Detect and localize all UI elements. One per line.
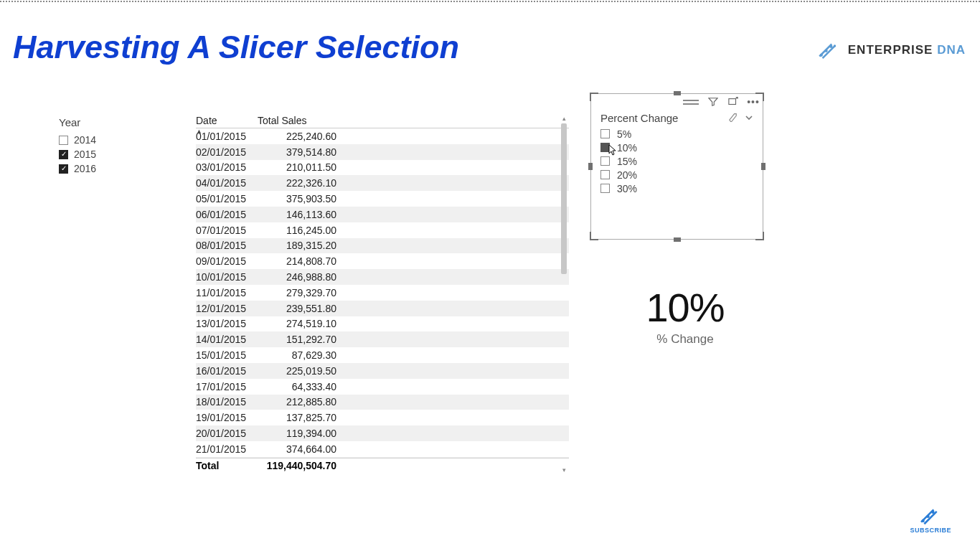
cell-date: 06/01/2015: [196, 209, 258, 220]
year-option-2015[interactable]: 2015: [59, 147, 166, 161]
col-date-label: Date: [196, 115, 217, 126]
drag-handle-icon[interactable]: [683, 100, 699, 105]
resize-handle-bl[interactable]: [590, 232, 598, 240]
percent-change-card[interactable]: 10% % Change: [595, 284, 775, 347]
col-date-header[interactable]: Date ▲: [196, 115, 258, 126]
sort-asc-icon: ▲: [196, 128, 202, 135]
table-row[interactable]: 01/01/2015225,240.60: [196, 128, 569, 144]
cell-sales: 64,333.40: [258, 381, 336, 392]
table-row[interactable]: 10/01/2015246,988.80: [196, 269, 569, 285]
table-scrollbar[interactable]: ▴ ▾: [561, 115, 567, 474]
table-row[interactable]: 12/01/2015239,551.80: [196, 301, 569, 316]
cell-sales: 146,113.60: [258, 209, 336, 220]
percent-option-20pct[interactable]: 20%: [600, 168, 753, 182]
year-slicer-title: Year: [59, 116, 166, 128]
checkbox-icon[interactable]: [600, 129, 610, 138]
cell-sales: 212,885.80: [258, 396, 336, 408]
scroll-up-icon[interactable]: ▴: [561, 115, 567, 122]
table-row[interactable]: 06/01/2015146,113.60: [196, 207, 569, 222]
percent-option-30pct[interactable]: 30%: [600, 182, 753, 195]
table-row[interactable]: 17/01/201564,333.40: [196, 379, 569, 395]
resize-handle-b[interactable]: [674, 237, 681, 242]
table-row[interactable]: 09/01/2015214,808.70: [196, 253, 569, 269]
table-row[interactable]: 14/01/2015151,292.70: [196, 331, 569, 347]
table-row[interactable]: 19/01/2015137,825.70: [196, 410, 569, 425]
cell-sales: 214,808.70: [258, 255, 336, 267]
cell-date: 13/01/2015: [196, 318, 258, 329]
clear-selection-icon[interactable]: [727, 112, 738, 124]
resize-handle-tl[interactable]: [590, 93, 598, 101]
checkbox-icon[interactable]: [59, 136, 68, 145]
sales-table[interactable]: Date ▲ Total Sales 01/01/2015225,240.600…: [196, 115, 569, 488]
table-row[interactable]: 13/01/2015274,519.10: [196, 316, 569, 332]
cell-date: 14/01/2015: [196, 334, 258, 345]
percent-option-10pct[interactable]: 10%: [600, 141, 753, 154]
cell-sales: 239,551.80: [258, 303, 336, 314]
cell-sales: 119,394.00: [258, 428, 336, 439]
cell-sales: 210,011.50: [258, 161, 336, 173]
filter-icon[interactable]: [707, 96, 719, 108]
table-row[interactable]: 15/01/201587,629.30: [196, 347, 569, 363]
cell-date: 10/01/2015: [196, 271, 258, 283]
table-row[interactable]: 20/01/2015119,394.00: [196, 425, 569, 441]
more-options-icon[interactable]: •••: [748, 96, 759, 108]
year-option-label: 2014: [74, 134, 96, 146]
resize-handle-br[interactable]: [755, 232, 764, 240]
chevron-down-icon[interactable]: [745, 112, 753, 124]
year-slicer[interactable]: Year 201420152016: [59, 116, 166, 176]
cell-sales: 87,629.30: [258, 349, 336, 361]
table-header[interactable]: Date ▲ Total Sales: [196, 115, 569, 128]
checkbox-icon[interactable]: [59, 150, 68, 159]
resize-handle-t[interactable]: [674, 91, 681, 95]
table-row[interactable]: 18/01/2015212,885.80: [196, 395, 569, 410]
table-row[interactable]: 16/01/2015225,019.50: [196, 363, 569, 379]
year-option-label: 2016: [74, 163, 96, 174]
resize-handle-l[interactable]: [588, 163, 593, 170]
cell-sales: 151,292.70: [258, 334, 336, 345]
scroll-thumb[interactable]: [561, 123, 567, 274]
cell-date: 09/01/2015: [196, 255, 258, 267]
focus-mode-icon[interactable]: [727, 96, 739, 108]
checkbox-icon[interactable]: [600, 170, 610, 179]
cell-sales: 189,315.20: [258, 240, 336, 251]
year-option-2014[interactable]: 2014: [59, 133, 166, 147]
resize-handle-r[interactable]: [761, 163, 765, 170]
total-label: Total: [196, 460, 258, 471]
table-total-row: Total 119,440,504.70: [196, 458, 569, 471]
scroll-down-icon[interactable]: ▾: [561, 466, 567, 474]
cell-date: 05/01/2015: [196, 193, 258, 204]
cell-date: 01/01/2015: [196, 131, 258, 142]
percent-slicer-visual[interactable]: ••• Percent Change 5%10%15%20%30%: [590, 93, 763, 240]
cell-sales: 246,988.80: [258, 271, 336, 283]
visual-toolbar: •••: [683, 96, 759, 108]
col-sales-header[interactable]: Total Sales: [258, 115, 329, 126]
table-row[interactable]: 11/01/2015279,329.70: [196, 285, 569, 301]
percent-option-label: 15%: [617, 156, 637, 167]
subscribe-badge[interactable]: SUBSCRIBE: [910, 507, 951, 534]
checkbox-icon[interactable]: [600, 143, 610, 152]
percent-option-15pct[interactable]: 15%: [600, 154, 753, 168]
percent-option-label: 5%: [617, 128, 631, 140]
table-row[interactable]: 08/01/2015189,315.20: [196, 238, 569, 254]
table-row[interactable]: 04/01/2015222,326.10: [196, 175, 569, 191]
percent-option-label: 20%: [617, 169, 637, 181]
table-row[interactable]: 05/01/2015375,903.50: [196, 191, 569, 207]
table-body[interactable]: 01/01/2015225,240.6002/01/2015379,514.80…: [196, 128, 569, 458]
svg-point-2: [829, 45, 832, 48]
percent-option-5pct[interactable]: 5%: [600, 127, 753, 141]
checkbox-icon[interactable]: [600, 156, 610, 166]
dna-icon: [816, 40, 841, 60]
cell-sales: 137,825.70: [258, 412, 336, 423]
checkbox-icon[interactable]: [600, 184, 610, 193]
cell-date: 03/01/2015: [196, 161, 258, 173]
table-row[interactable]: 03/01/2015210,011.50: [196, 160, 569, 176]
svg-point-7: [932, 511, 935, 514]
year-option-2016[interactable]: 2016: [59, 161, 166, 176]
cell-sales: 225,019.50: [258, 365, 336, 377]
table-row[interactable]: 07/01/2015116,245.00: [196, 222, 569, 238]
table-row[interactable]: 02/01/2015379,514.80: [196, 144, 569, 160]
cell-sales: 225,240.60: [258, 131, 336, 142]
checkbox-icon[interactable]: [59, 164, 68, 174]
table-row[interactable]: 21/01/2015374,664.00: [196, 441, 569, 457]
cell-date: 07/01/2015: [196, 225, 258, 236]
